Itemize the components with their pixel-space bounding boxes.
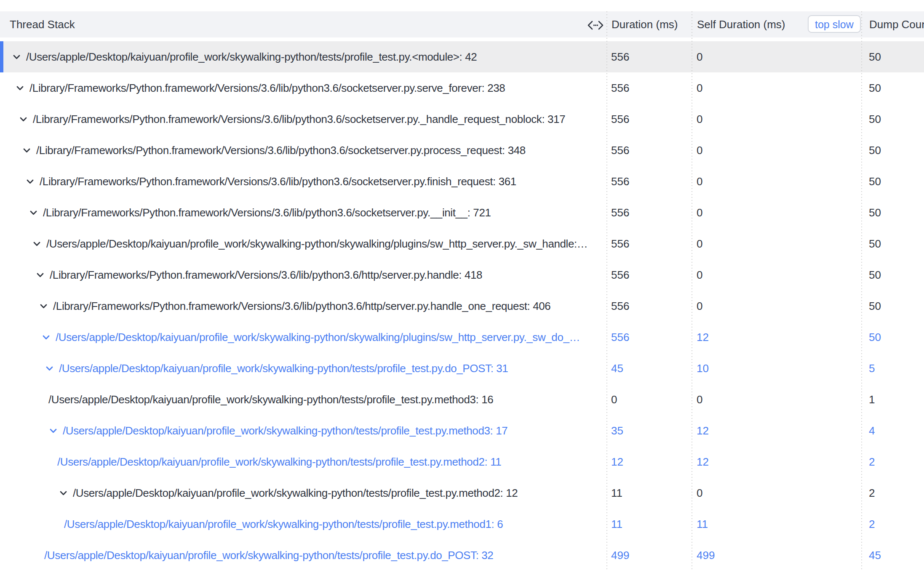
dump-count-cell: 50 — [861, 259, 924, 290]
thread-stack-cell: /Library/Frameworks/Python.framework/Ver… — [0, 135, 606, 166]
stack-frame-text: /Users/apple/Desktop/kaiyuan/profile_wor… — [63, 424, 507, 437]
chevron-down-icon[interactable] — [16, 86, 24, 91]
chevron-down-icon[interactable] — [43, 335, 50, 340]
chevron-down-icon[interactable] — [23, 148, 30, 153]
duration-cell: 556 — [606, 135, 692, 166]
self-duration-cell: 0 — [692, 477, 861, 509]
self-duration-cell: 0 — [692, 259, 861, 290]
thread-stack-cell: /Users/apple/Desktop/kaiyuan/profile_wor… — [0, 353, 606, 384]
column-separator — [692, 11, 692, 570]
stack-frame-text: /Users/apple/Desktop/kaiyuan/profile_wor… — [57, 455, 501, 469]
column-separator — [861, 11, 862, 570]
table-row[interactable]: /Users/apple/Desktop/kaiyuan/profile_wor… — [0, 322, 924, 353]
self-duration-cell: 12 — [692, 415, 861, 446]
chevron-down-icon[interactable] — [30, 210, 37, 215]
stack-frame-text: /Users/apple/Desktop/kaiyuan/profile_wor… — [56, 331, 580, 344]
duration-cell: 11 — [606, 477, 692, 509]
table-row[interactable]: /Library/Frameworks/Python.framework/Ver… — [0, 290, 924, 322]
table-row[interactable]: /Users/apple/Desktop/kaiyuan/profile_wor… — [0, 540, 924, 570]
self-duration-cell: 0 — [692, 197, 861, 228]
chevron-down-icon[interactable] — [33, 242, 40, 246]
dump-count-cell: 50 — [861, 228, 924, 259]
stack-frame-text: /Users/apple/Desktop/kaiyuan/profile_wor… — [59, 362, 508, 375]
selected-row-indicator — [0, 41, 3, 72]
stack-frame-text: /Library/Frameworks/Python.framework/Ver… — [36, 144, 526, 157]
table-row[interactable]: /Users/apple/Desktop/kaiyuan/profile_wor… — [0, 509, 924, 540]
stack-frame-text: /Users/apple/Desktop/kaiyuan/profile_wor… — [64, 518, 503, 531]
top-slow-button[interactable]: top slow — [808, 15, 861, 33]
dump-count-cell: 45 — [861, 540, 924, 570]
dump-count-cell: 2 — [861, 509, 924, 540]
table-row[interactable]: /Users/apple/Desktop/kaiyuan/profile_wor… — [0, 477, 924, 509]
stack-frame-text: /Users/apple/Desktop/kaiyuan/profile_wor… — [48, 393, 493, 406]
duration-cell: 45 — [606, 353, 692, 384]
chevron-down-icon[interactable] — [50, 429, 57, 433]
duration-cell: 556 — [606, 197, 692, 228]
table-row[interactable]: /Library/Frameworks/Python.framework/Ver… — [0, 166, 924, 197]
table-row[interactable]: /Users/apple/Desktop/kaiyuan/profile_wor… — [0, 228, 924, 259]
chevron-down-icon[interactable] — [40, 304, 47, 309]
table-row[interactable]: /Users/apple/Desktop/kaiyuan/profile_wor… — [0, 41, 924, 72]
self-duration-cell: 11 — [692, 509, 861, 540]
self-duration-cell: 10 — [692, 353, 861, 384]
thread-stack-cell: /Users/apple/Desktop/kaiyuan/profile_wor… — [0, 509, 606, 540]
stack-frame-text: /Users/apple/Desktop/kaiyuan/profile_wor… — [26, 51, 477, 64]
dump-count-cell: 2 — [861, 446, 924, 477]
duration-cell: 35 — [606, 415, 692, 446]
self-duration-cell: 12 — [692, 322, 861, 353]
thread-stack-cell: /Users/apple/Desktop/kaiyuan/profile_wor… — [0, 540, 606, 570]
duration-cell: 556 — [606, 259, 692, 290]
dump-count-cell: 4 — [861, 415, 924, 446]
self-duration-cell: 0 — [692, 135, 861, 166]
table-row[interactable]: /Library/Frameworks/Python.framework/Ver… — [0, 197, 924, 228]
resize-horizontal-icon[interactable] — [587, 20, 604, 29]
thread-stack-cell: /Users/apple/Desktop/kaiyuan/profile_wor… — [0, 477, 606, 509]
chevron-down-icon[interactable] — [20, 117, 27, 122]
chevron-down-icon[interactable] — [27, 179, 34, 184]
thread-stack-cell: /Users/apple/Desktop/kaiyuan/profile_wor… — [0, 41, 606, 72]
table-row[interactable]: /Library/Frameworks/Python.framework/Ver… — [0, 72, 924, 104]
thread-stack-cell: /Users/apple/Desktop/kaiyuan/profile_wor… — [0, 228, 606, 259]
thread-stack-cell: /Users/apple/Desktop/kaiyuan/profile_wor… — [0, 322, 606, 353]
thread-stack-cell: /Library/Frameworks/Python.framework/Ver… — [0, 166, 606, 197]
duration-cell: 556 — [606, 104, 692, 135]
chevron-down-icon[interactable] — [13, 55, 20, 59]
dump-count-cell: 50 — [861, 135, 924, 166]
stack-frame-text: /Users/apple/Desktop/kaiyuan/profile_wor… — [73, 487, 518, 500]
dump-count-cell: 50 — [861, 166, 924, 197]
chevron-down-icon[interactable] — [37, 273, 44, 277]
stack-frame-text: /Library/Frameworks/Python.framework/Ver… — [50, 269, 482, 282]
stack-frame-text: /Library/Frameworks/Python.framework/Ver… — [43, 206, 491, 219]
dump-count-cell: 50 — [861, 290, 924, 322]
duration-cell: 556 — [606, 166, 692, 197]
stack-frame-text: /Users/apple/Desktop/kaiyuan/profile_wor… — [46, 237, 588, 250]
table-row[interactable]: /Users/apple/Desktop/kaiyuan/profile_wor… — [0, 384, 924, 415]
self-duration-cell: 0 — [692, 104, 861, 135]
table-header: Thread Stack Duration (ms) Self Duration… — [0, 11, 924, 37]
thread-stack-cell: /Library/Frameworks/Python.framework/Ver… — [0, 259, 606, 290]
duration-cell: 556 — [606, 228, 692, 259]
stack-frame-text: /Users/apple/Desktop/kaiyuan/profile_wor… — [44, 549, 493, 562]
self-duration-cell: 0 — [692, 166, 861, 197]
dump-count-cell: 50 — [861, 72, 924, 104]
self-duration-cell: 499 — [692, 540, 861, 570]
duration-cell: 499 — [606, 540, 692, 570]
dump-count-cell: 50 — [861, 322, 924, 353]
chevron-down-icon[interactable] — [60, 491, 67, 495]
duration-cell: 556 — [606, 290, 692, 322]
stack-frame-text: /Library/Frameworks/Python.framework/Ver… — [33, 113, 565, 126]
dump-count-cell: 50 — [861, 104, 924, 135]
thread-stack-cell: /Library/Frameworks/Python.framework/Ver… — [0, 72, 606, 104]
table-row[interactable]: /Library/Frameworks/Python.framework/Ver… — [0, 104, 924, 135]
thread-stack-cell: /Library/Frameworks/Python.framework/Ver… — [0, 290, 606, 322]
table-row[interactable]: /Users/apple/Desktop/kaiyuan/profile_wor… — [0, 415, 924, 446]
duration-cell: 11 — [606, 509, 692, 540]
dump-count-cell: 50 — [861, 197, 924, 228]
table-row[interactable]: /Users/apple/Desktop/kaiyuan/profile_wor… — [0, 446, 924, 477]
duration-cell: 556 — [606, 41, 692, 72]
chevron-down-icon[interactable] — [46, 366, 53, 371]
stack-frame-text: /Library/Frameworks/Python.framework/Ver… — [40, 175, 516, 188]
table-row[interactable]: /Library/Frameworks/Python.framework/Ver… — [0, 135, 924, 166]
table-row[interactable]: /Library/Frameworks/Python.framework/Ver… — [0, 259, 924, 290]
table-row[interactable]: /Users/apple/Desktop/kaiyuan/profile_wor… — [0, 353, 924, 384]
